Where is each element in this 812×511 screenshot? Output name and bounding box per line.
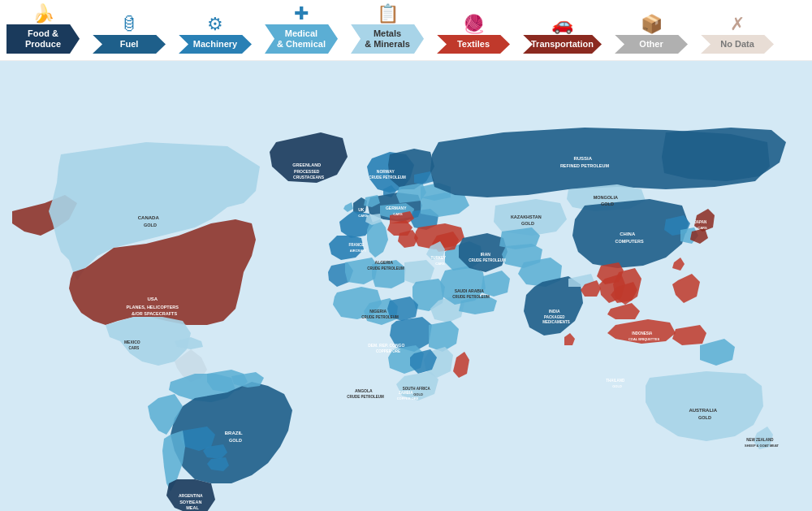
transportation-icon: 🚗 — [551, 15, 573, 33]
food-label: Food &Produce — [6, 24, 80, 54]
textiles-label: Textiles — [437, 35, 510, 54]
other-icon: 📦 — [641, 15, 663, 33]
world-map-container: USA PLANES, HELICOPTERS &/OR SPACECRAFTS… — [0, 61, 812, 511]
machinery-icon: ⚙ — [207, 15, 223, 33]
medical-label: Medical& Chemical — [265, 24, 338, 54]
textiles-icon: 🧶 — [463, 15, 485, 33]
other-label: Other — [615, 35, 688, 54]
legend-machinery[interactable]: ⚙ Machinery — [172, 0, 258, 60]
metals-icon: 📋 — [377, 5, 399, 23]
legend-textiles[interactable]: 🧶 Textiles — [430, 0, 516, 60]
food-icon: 🍌 — [32, 5, 54, 23]
legend-bar: 🍌 Food &Produce 🛢 Fuel ⚙ Machinery ✚ Med… — [0, 0, 812, 61]
legend-metals[interactable]: 📋 Metals& Minerals — [344, 0, 430, 60]
transportation-label: Transportation — [523, 35, 602, 54]
legend-medical[interactable]: ✚ Medical& Chemical — [258, 0, 344, 60]
legend-transportation[interactable]: 🚗 Transportation — [516, 0, 608, 60]
legend-fuel[interactable]: 🛢 Fuel — [86, 0, 172, 60]
fuel-icon: 🛢 — [120, 15, 138, 33]
metals-label: Metals& Minerals — [351, 24, 424, 54]
nodata-label: No Data — [701, 35, 774, 54]
fuel-label: Fuel — [93, 35, 166, 54]
machinery-label: Machinery — [179, 35, 252, 54]
legend-food[interactable]: 🍌 Food &Produce — [0, 0, 86, 60]
nodata-icon: ✗ — [730, 15, 745, 33]
medical-icon: ✚ — [294, 5, 309, 23]
legend-other[interactable]: 📦 Other — [608, 0, 694, 60]
legend-nodata[interactable]: ✗ No Data — [694, 0, 780, 60]
